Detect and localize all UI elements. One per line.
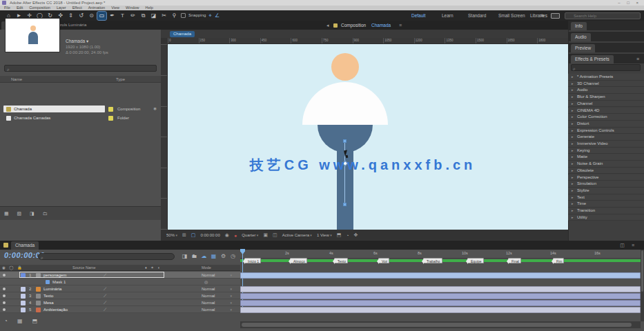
viewer-timecode[interactable]: 0:00:00:00 [200, 233, 219, 237]
twirl-arrow-icon[interactable]: ▸ [572, 181, 574, 188]
viewer-tab-label[interactable]: Composition [341, 21, 366, 30]
twirl-arrow-icon[interactable]: ▸ [572, 101, 574, 108]
snapping-checkbox[interactable] [181, 13, 186, 18]
effect-category-immersive-video[interactable]: ▸Immersive Video [568, 141, 644, 148]
twirl-arrow-icon[interactable]: ▸ [572, 94, 574, 101]
puppet-pin-tool-icon[interactable]: ⚲ [170, 12, 179, 20]
item-settings-icon[interactable]: ❄ [153, 105, 157, 113]
item-name[interactable]: Chamada [14, 105, 32, 113]
twirl-arrow-icon[interactable]: ▸ [572, 194, 574, 201]
layer-mode-dropdown[interactable]: Normal [202, 306, 232, 313]
rectangle-tool-icon[interactable]: ▭ [97, 12, 106, 20]
effect-category-audio[interactable]: ▸Audio [568, 87, 644, 94]
layer-duration-bar[interactable] [240, 272, 641, 279]
panel-chevron-icon[interactable]: ◂ [326, 23, 329, 28]
layer-quality-switch[interactable]: ⟋ [104, 285, 106, 292]
composition-marker[interactable]: Fim [553, 258, 564, 263]
effect-category-time[interactable]: ▸Time [568, 201, 644, 208]
twirl-arrow-icon[interactable]: ▸ [572, 87, 574, 94]
snapping-control[interactable]: Snapping ⌖ ∠ [181, 12, 219, 19]
channel-icon[interactable]: ◫ [273, 232, 277, 238]
layer-mode-dropdown[interactable]: Normal [202, 285, 232, 292]
timeline-toolbar-icon-5[interactable]: ◷ [229, 252, 237, 260]
timeline-tab-right-icons[interactable]: ◫ ≡ [620, 241, 637, 250]
label-color-swatch[interactable] [108, 116, 113, 121]
panel-tab-preview[interactable]: Preview [571, 44, 595, 52]
window-controls[interactable]: – □ × [618, 0, 641, 6]
timeline-toolbar-icon-3[interactable]: ▦ [210, 252, 217, 260]
effect-category-transition[interactable]: ▸Transition [568, 208, 644, 214]
layer-duration-bar[interactable] [240, 286, 641, 292]
mask-name[interactable]: Mask 1 [52, 279, 66, 285]
panel-tab-audio[interactable]: Audio [571, 33, 591, 41]
scrollbar-handle[interactable] [242, 323, 632, 327]
panel-menu-icon[interactable]: ≡ [636, 57, 639, 61]
scrollbar-handle[interactable] [641, 250, 643, 292]
menu-help[interactable]: Help [146, 6, 153, 10]
layer-name[interactable]: Mesa [43, 299, 54, 306]
layer-row-1[interactable]: 1personagem⟋Normal [0, 272, 240, 279]
twirl-arrow-icon[interactable]: ▸ [572, 168, 574, 174]
composition-marker[interactable]: Início 1 [244, 258, 261, 263]
effect-category--animation-presets[interactable]: ▸* Animation Presets [568, 74, 644, 81]
twirl-arrow-icon[interactable]: ▸ [572, 148, 574, 154]
timeline-toolbar-icon-0[interactable]: ◨ [181, 252, 188, 260]
layer-visibility-eye[interactable] [3, 274, 6, 277]
project-footer-icons[interactable]: ▦ ▧ ◨ 🗀 [0, 206, 161, 220]
layer-duration-bar[interactable] [240, 293, 641, 299]
twirl-arrow-icon[interactable]: ▸ [572, 74, 574, 81]
layer-visibility-eye[interactable] [3, 301, 6, 304]
effect-category-channel[interactable]: ▸Channel [568, 101, 644, 108]
composition-marker[interactable]: Almoço [290, 258, 307, 263]
menu-composition[interactable]: Composition [29, 6, 50, 10]
twirl-arrow-icon[interactable]: ▸ [572, 208, 574, 214]
show-snapshot-icon[interactable]: ● [234, 233, 237, 238]
twirl-arrow-icon[interactable]: ▸ [572, 141, 574, 148]
layer-name[interactable]: Ambientação [43, 306, 68, 313]
snap-angle-icon[interactable]: ∠ [215, 12, 219, 19]
zoom-level-dropdown[interactable]: 50% [166, 233, 177, 237]
layer-row-4[interactable]: 4Mesa⟋Normal [0, 299, 240, 306]
effects-search-box[interactable]: ⌕ [571, 64, 641, 71]
label-color-swatch[interactable] [108, 107, 113, 112]
twirl-arrow-icon[interactable]: ▸ [572, 154, 574, 161]
workspace-tab-learn[interactable]: Learn [442, 12, 453, 19]
viewer-vertical-ruler[interactable] [161, 44, 168, 230]
twirl-arrow-icon[interactable]: ▸ [572, 114, 574, 121]
layer-quality-switch[interactable]: ⟋ [104, 292, 106, 299]
workspace-tab-libraries[interactable]: Libraries [530, 12, 547, 19]
timeline-vertical-scrollbar[interactable] [641, 250, 644, 321]
layer-visibility-eye[interactable] [3, 308, 6, 311]
menu-animation[interactable]: Animation [88, 6, 105, 10]
layer-duration-bar[interactable] [240, 300, 641, 306]
brush-tool-icon[interactable]: ✏ [128, 12, 137, 20]
twirl-arrow-icon[interactable]: ▸ [572, 214, 574, 221]
timeline-toolbar-icon-2[interactable]: ☁ [200, 252, 208, 260]
twirl-arrow-icon[interactable]: ▸ [572, 174, 574, 181]
timeline-search-box[interactable]: ⌕ [38, 253, 175, 260]
timeline-bottom-toggles[interactable]: ◔ ▦ ⬒ [4, 318, 41, 324]
clone-stamp-tool-icon[interactable]: ⧉ [139, 12, 148, 20]
twirl-arrow-icon[interactable]: ▸ [572, 108, 574, 114]
layer-label-swatch[interactable] [21, 287, 26, 292]
effect-category-stylize[interactable]: ▸Stylize [568, 188, 644, 194]
layer-visibility-eye[interactable] [3, 288, 6, 290]
layer-row-2[interactable]: 2Luminária⟋Normal [0, 285, 240, 292]
layer-name[interactable]: Texto [43, 292, 53, 299]
effect-category-expression-controls[interactable]: ▸Expression Controls [568, 128, 644, 134]
layer-mode-dropdown[interactable]: Normal [202, 299, 232, 306]
twirl-arrow-icon[interactable]: ▸ [572, 201, 574, 208]
composition-marker[interactable]: Final [508, 258, 521, 263]
mask-handle-bottom[interactable] [343, 203, 347, 206]
layer-label-swatch[interactable] [21, 308, 26, 312]
keyboard-shortcuts-icon[interactable] [551, 13, 560, 19]
snapshot-icon[interactable]: ◉ [225, 232, 229, 238]
menu-view[interactable]: View [111, 6, 119, 10]
mask-handle-top[interactable] [343, 139, 347, 143]
fast-preview-icon[interactable]: ◔ [346, 233, 349, 238]
effect-category-utility[interactable]: ▸Utility [568, 214, 644, 221]
rotation-tool-icon[interactable]: ↺ [77, 12, 86, 20]
timeline-toolbar-icon-4[interactable]: ⚙ [219, 252, 227, 260]
twirl-arrow-icon[interactable]: ▸ [572, 128, 574, 134]
lamp-bulb-shape[interactable] [331, 53, 359, 81]
